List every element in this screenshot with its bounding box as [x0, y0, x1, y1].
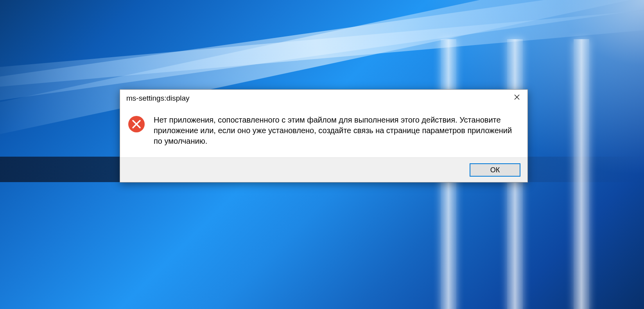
ok-button[interactable]: ОК: [470, 163, 520, 177]
error-dialog: ms-settings:display Нет приложения, сопо…: [120, 89, 528, 183]
dialog-titlebar[interactable]: ms-settings:display: [120, 90, 527, 107]
close-icon: [514, 94, 520, 100]
dialog-body: Нет приложения, сопоставленного с этим ф…: [120, 107, 527, 157]
dialog-message: Нет приложения, сопоставленного с этим ф…: [154, 115, 516, 146]
dialog-title: ms-settings:display: [126, 94, 190, 103]
error-icon: [128, 116, 145, 133]
close-button[interactable]: [508, 91, 526, 103]
dialog-footer: ОК: [120, 157, 527, 182]
